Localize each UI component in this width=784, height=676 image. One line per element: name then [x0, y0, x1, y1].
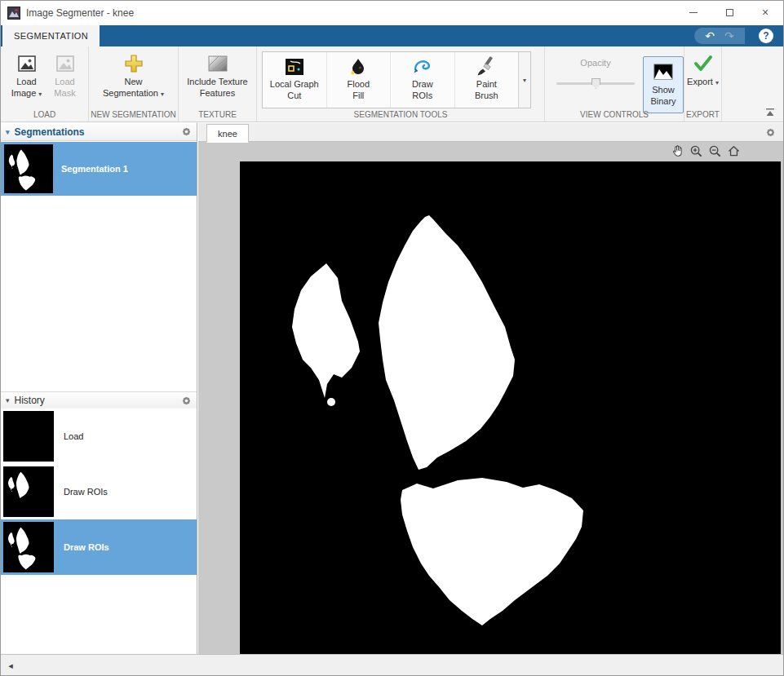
opacity-slider[interactable]	[556, 77, 635, 89]
ribbon-section-new-segmentation: New Segmentation ▾ NEW SEGMENTATION	[89, 46, 179, 122]
title-bar: Image Segmenter - knee ×	[1, 1, 783, 25]
image-canvas-background	[198, 142, 783, 654]
history-item-label: Draw ROIs	[64, 542, 109, 552]
new-segmentation-button[interactable]: New Segmentation ▾	[100, 51, 168, 101]
ribbon-filler	[722, 46, 783, 122]
collapse-ribbon-button[interactable]	[764, 108, 776, 117]
ribbon: Load Image ▾ Load Mask LOAD	[1, 46, 783, 122]
scroll-left-icon: ◂	[8, 661, 13, 671]
opacity-control: Opacity	[551, 58, 640, 89]
gear-icon[interactable]	[181, 395, 192, 406]
undo-icon[interactable]: ↶	[705, 30, 715, 42]
segmentation-tools-section-label: SEGMENTATION TOOLS	[257, 110, 544, 119]
minimize-button[interactable]	[675, 1, 711, 24]
app-icon	[7, 7, 20, 20]
home-icon	[727, 144, 741, 158]
window-controls: ×	[675, 1, 783, 24]
slider-thumb[interactable]	[591, 78, 600, 89]
local-graph-cut-label: Local Graph Cut	[270, 79, 319, 100]
export-check-icon	[693, 53, 714, 74]
view-controls-section-label: VIEW CONTROLS	[545, 110, 684, 119]
history-item-load[interactable]: Load	[1, 409, 197, 464]
document-tab-knee[interactable]: knee	[206, 124, 249, 143]
window-title: Image Segmenter - knee	[26, 7, 134, 19]
history-item-label: Load	[64, 431, 83, 441]
maximize-button[interactable]	[711, 1, 747, 24]
draw-rois-icon	[412, 56, 433, 77]
panel-collapse-icon[interactable]: ▾	[6, 128, 10, 136]
dropdown-arrow-icon: ▾	[161, 91, 164, 98]
flood-fill-label: Flood Fill	[348, 79, 370, 100]
gear-icon[interactable]	[765, 127, 776, 138]
history-panel-title: History	[15, 395, 45, 406]
axes-toolbar	[670, 144, 741, 158]
paint-brush-button[interactable]: Paint Brush	[455, 52, 519, 108]
browser-panel: ▾ Segmentations Segmentation 1 ▾ History	[1, 123, 197, 654]
segmentation-list-item[interactable]: Segmentation 1	[1, 142, 197, 196]
history-item-draw-rois-2[interactable]: Draw ROIs	[1, 519, 197, 575]
ribbon-section-texture: Include Texture Features TEXTURE	[179, 46, 257, 122]
segmentation-thumbnail	[4, 144, 53, 193]
zoom-out-icon	[708, 144, 722, 158]
opacity-label: Opacity	[551, 58, 640, 68]
image-segmenter-window: Image Segmenter - knee × SEGMENTATION ↶ …	[0, 0, 784, 676]
paint-brush-label: Paint Brush	[475, 79, 498, 100]
load-mask-button[interactable]: Load Mask	[47, 51, 83, 101]
help-button[interactable]: ?	[759, 29, 773, 43]
tab-segmentation[interactable]: SEGMENTATION	[2, 25, 100, 46]
export-label: Export	[687, 77, 713, 86]
draw-rois-label: Draw ROIs	[412, 79, 433, 100]
gear-icon[interactable]	[181, 126, 192, 137]
show-binary-label: Show Binary	[650, 85, 675, 106]
minimize-icon	[689, 12, 698, 13]
zoom-in-button[interactable]	[689, 144, 703, 158]
texture-icon	[207, 53, 228, 74]
texture-section-label: TEXTURE	[179, 110, 256, 119]
load-mask-label: Load Mask	[54, 77, 75, 98]
flood-fill-icon	[348, 56, 369, 77]
export-button[interactable]: Export ▾	[685, 51, 721, 90]
dropdown-arrow-icon: ▾	[38, 91, 42, 98]
history-thumbnail	[3, 411, 54, 462]
segmentation-item-label: Segmentation 1	[61, 164, 128, 174]
tools-gallery-dropdown[interactable]: ▾	[518, 52, 530, 108]
binary-mask-svg	[240, 161, 781, 654]
ribbon-section-export: Export ▾ EXPORT	[684, 46, 722, 122]
history-item-draw-rois-1[interactable]: Draw ROIs	[1, 464, 197, 519]
maximize-icon	[726, 9, 733, 16]
close-button[interactable]: ×	[747, 1, 783, 24]
scroll-left-button[interactable]: ◂	[4, 659, 17, 672]
show-binary-icon	[653, 61, 674, 82]
zoom-out-button[interactable]	[707, 144, 722, 158]
history-panel-header[interactable]: ▾ History	[1, 391, 197, 409]
pan-tool-button[interactable]	[670, 144, 684, 158]
close-icon: ×	[762, 6, 768, 19]
local-graph-cut-button[interactable]: Local Graph Cut	[263, 52, 326, 108]
zoom-in-icon	[689, 144, 703, 158]
segmentations-panel-title: Segmentations	[15, 126, 85, 138]
document-area: knee	[198, 123, 783, 654]
ribbon-section-segmentation-tools: Local Graph Cut Flood Fill	[257, 46, 545, 122]
load-image-button[interactable]: Load Image ▾	[7, 51, 47, 101]
segmentations-panel-header[interactable]: ▾ Segmentations	[1, 123, 197, 141]
show-binary-toggle[interactable]: Show Binary	[643, 56, 684, 113]
dropdown-arrow-icon: ▾	[715, 79, 719, 86]
include-texture-features-button[interactable]: Include Texture Features	[181, 51, 254, 101]
binary-mask-image[interactable]	[240, 161, 781, 654]
new-segmentation-icon	[123, 53, 144, 74]
new-segmentation-section-label: NEW SEGMENTATION	[89, 110, 178, 119]
redo-icon[interactable]: ↷	[724, 30, 734, 42]
dropdown-arrow-icon: ▾	[523, 77, 526, 84]
paint-brush-icon	[476, 56, 497, 77]
load-image-icon	[16, 53, 38, 74]
quick-access-toolbar: ↶ ↷	[694, 28, 745, 44]
pan-hand-icon	[671, 144, 684, 158]
load-mask-icon	[55, 53, 76, 74]
draw-rois-button[interactable]: Draw ROIs	[391, 52, 454, 108]
document-tab-bar: knee	[198, 123, 783, 142]
fit-to-window-button[interactable]	[726, 144, 741, 158]
status-bar: ◂	[1, 654, 783, 675]
flood-fill-button[interactable]: Flood Fill	[327, 52, 391, 108]
panel-collapse-icon[interactable]: ▾	[6, 396, 10, 404]
load-section-label: LOAD	[1, 110, 88, 119]
